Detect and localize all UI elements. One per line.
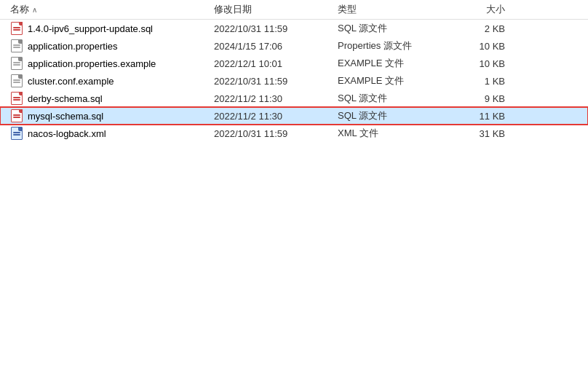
- file-size: 2 KB: [461, 23, 520, 34]
- file-date: 2022/11/2 11:30: [214, 111, 338, 122]
- file-size: 11 KB: [461, 111, 520, 122]
- table-row[interactable]: 1.4.0-ipv6_support-update.sql2022/10/31 …: [0, 20, 588, 37]
- file-type: EXAMPLE 文件: [338, 74, 461, 87]
- file-name: nacos-logback.xml: [28, 128, 214, 139]
- file-date: 2024/1/15 17:06: [214, 41, 338, 52]
- file-type: SQL 源文件: [338, 92, 461, 105]
- table-row[interactable]: nacos-logback.xml2022/10/31 11:59XML 文件3…: [0, 125, 588, 142]
- col-header-name[interactable]: 名称 ∧: [10, 3, 214, 16]
- table-row[interactable]: application.properties2024/1/15 17:06Pro…: [0, 37, 588, 55]
- file-date: 2022/10/31 11:59: [214, 128, 338, 139]
- file-type: SQL 源文件: [338, 109, 461, 122]
- file-type: Properties 源文件: [338, 39, 461, 52]
- file-name: cluster.conf.example: [28, 76, 214, 87]
- file-icon-example: [10, 57, 23, 70]
- col-name-label: 名称: [10, 3, 29, 16]
- file-icon-sql: [10, 92, 23, 105]
- file-type: XML 文件: [338, 127, 461, 140]
- table-row[interactable]: derby-schema.sql2022/11/2 11:30SQL 源文件9 …: [0, 90, 588, 107]
- file-name: application.properties: [28, 41, 214, 52]
- file-type: SQL 源文件: [338, 22, 461, 35]
- file-size: 10 KB: [461, 41, 520, 52]
- table-row[interactable]: mysql-schema.sql2022/11/2 11:30SQL 源文件11…: [0, 107, 588, 125]
- table-row[interactable]: application.properties.example2022/12/1 …: [0, 55, 588, 72]
- file-icon-sql: [10, 22, 23, 35]
- file-size: 31 KB: [461, 128, 520, 139]
- file-size: 10 KB: [461, 58, 520, 69]
- file-type: EXAMPLE 文件: [338, 57, 461, 70]
- file-icon-props: [10, 39, 23, 52]
- col-header-date[interactable]: 修改日期: [214, 3, 338, 16]
- file-icon-xml: [10, 127, 23, 140]
- file-icon-sql: [10, 109, 23, 122]
- file-name: mysql-schema.sql: [28, 111, 214, 122]
- sort-arrow-icon: ∧: [32, 6, 37, 14]
- file-date: 2022/10/31 11:59: [214, 23, 338, 34]
- file-size: 9 KB: [461, 93, 520, 104]
- file-icon-example: [10, 74, 23, 87]
- file-name: application.properties.example: [28, 58, 214, 69]
- file-list: 1.4.0-ipv6_support-update.sql2022/10/31 …: [0, 20, 588, 365]
- file-explorer: 名称 ∧ 修改日期 类型 大小 1.4.0-ipv6_support-updat…: [0, 0, 588, 365]
- file-date: 2022/12/1 10:01: [214, 58, 338, 69]
- file-date: 2022/10/31 11:59: [214, 76, 338, 87]
- col-header-type[interactable]: 类型: [338, 3, 461, 16]
- column-headers: 名称 ∧ 修改日期 类型 大小: [0, 0, 588, 20]
- file-name: derby-schema.sql: [28, 93, 214, 104]
- file-name: 1.4.0-ipv6_support-update.sql: [28, 23, 214, 34]
- file-size: 1 KB: [461, 76, 520, 87]
- col-header-size[interactable]: 大小: [461, 3, 520, 16]
- file-date: 2022/11/2 11:30: [214, 93, 338, 104]
- table-row[interactable]: cluster.conf.example2022/10/31 11:59EXAM…: [0, 72, 588, 90]
